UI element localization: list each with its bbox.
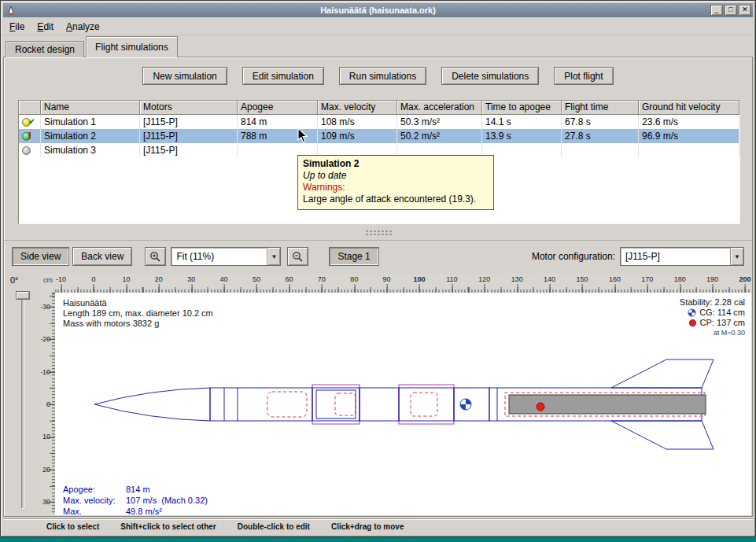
parachute[interactable] [267,392,307,417]
table-header: Name Motors Apogee Max. velocity Max. ac… [19,101,739,115]
h-ruler-label: 120 [478,275,490,283]
sim3-time-to-apogee [482,143,562,157]
column-header-apogee[interactable]: Apogee [238,101,318,115]
tab-flight-simulations[interactable]: Flight simulations [86,36,178,57]
h-ruler-label: 180 [674,275,686,283]
h-ruler-label: 130 [511,275,523,283]
tooltip-title: Simulation 2 [303,158,489,170]
delete-simulations-button[interactable]: Delete simulations [441,67,539,85]
new-simulation-button[interactable]: New simulation [142,67,227,85]
menu-edit[interactable]: Edit [31,19,60,35]
v-ruler-label: 30 [42,498,50,506]
sim3-motors: [J115-P] [140,143,238,157]
mach-readout: at M=0.30 [680,328,745,338]
h-ruler-label: 70 [318,275,326,283]
rotation-slider-handle[interactable] [16,291,30,300]
sim1-status-cell [19,115,41,129]
h-ruler-label: 90 [383,275,391,283]
chevron-down-icon: ▼ [730,248,743,265]
window-title: Haisunäätä (haisunaata.ork) [3,6,753,15]
minimize-button[interactable]: _ [710,5,723,16]
status-check-icon [28,118,35,126]
h-ruler-label: 0 [91,275,95,283]
edit-simulation-button[interactable]: Edit simulation [242,67,324,85]
h-ruler-label: 160 [609,275,621,283]
table-row-simulation-1[interactable]: Simulation 1 [J115-P] 814 m 108 m/s 50.3… [19,115,739,129]
motor-configuration-combo[interactable]: [J115-P] ▼ [620,247,744,266]
column-header-max-acceleration[interactable]: Max. acceleration [397,101,482,115]
apogee-value: 814 m [126,484,150,495]
sim2-motors: [J115-P] [140,129,238,143]
menu-file[interactable]: File [3,19,31,35]
fin-upper[interactable] [611,359,714,388]
v-ruler-label: 0 [46,400,50,408]
back-view-button[interactable]: Back view [72,247,132,266]
simulation-tooltip: Simulation 2 Up to date Warnings: Large … [297,155,494,210]
column-header-max-velocity[interactable]: Max. velocity [318,101,397,115]
fin-lower[interactable] [611,421,714,449]
coupler-2[interactable] [399,385,454,424]
zoom-out-icon [292,251,304,263]
rocket-mass: Mass with motors 3832 g [63,319,213,329]
drawing-area: 0° cm -100102030405060708090100110120130… [5,274,751,515]
status-bar: Click to select Shift+click to select ot… [3,518,753,534]
v-ruler-label: -10 [41,368,50,376]
v-ruler-label: -20 [41,335,50,343]
h-ruler-label: 170 [641,275,653,283]
menu-analyze[interactable]: Analyze [60,19,106,35]
tab-rocket-design[interactable]: Rocket design [6,41,84,57]
zoom-level-combo[interactable]: Fit (11%) ▼ [171,247,281,266]
h-ruler-label: 110 [446,275,457,283]
h-ruler-label: 60 [285,275,293,283]
ruler-unit: cm [41,274,55,293]
rotation-slider-track[interactable] [21,293,24,509]
zoom-in-icon [149,251,161,263]
horizontal-ruler: -100102030405060708090100110120130140150… [55,274,751,293]
h-ruler-label: -10 [56,275,66,283]
titlebar[interactable]: Haisunäätä (haisunaata.ork) _ □ ✕ [3,3,753,17]
vertical-ruler: -30-20-100102030 [41,293,55,515]
stage-1-toggle[interactable]: Stage 1 [329,247,378,266]
zoom-out-button[interactable] [287,247,308,266]
body-tube-mid[interactable] [360,388,399,421]
sim1-time-to-apogee: 14.1 s [482,115,562,129]
sim1-max-acceleration: 50.3 m/s² [397,115,482,129]
side-view-button[interactable]: Side view [12,247,69,266]
zoom-in-button[interactable] [145,247,166,266]
nose-cone[interactable] [94,388,210,421]
max-velocity-value: 107 m/s (Mach 0.32) [126,495,208,506]
motor-configuration-label: Motor configuration: [532,251,615,262]
column-header-ground-hit-velocity[interactable]: Ground hit velocity [639,101,739,115]
column-header-status[interactable] [19,101,41,115]
rocket-canvas[interactable]: Haisunäätä Length 189 cm, max. diameter … [55,293,751,515]
cp-readout: CP: 137 cm [680,318,745,328]
cp-icon [688,319,697,327]
plot-flight-button[interactable]: Plot flight [554,67,613,85]
sim2-max-acceleration: 50.2 m/s² [397,129,482,143]
sim2-name: Simulation 2 [41,129,140,143]
column-header-name[interactable]: Name [41,101,140,115]
table-row-simulation-2[interactable]: Simulation 2 [J115-P] 788 m 109 m/s 50.2… [19,129,739,143]
column-header-motors[interactable]: Motors [140,101,238,115]
run-simulations-button[interactable]: Run simulations [339,67,426,85]
column-header-time-to-apogee[interactable]: Time to apogee [482,101,562,115]
max-acceleration-label: Max. acceleration: [63,506,126,515]
tabbar: Rocket design Flight simulations [6,37,179,57]
flight-simulations-pane: New simulation Edit simulation Run simul… [3,57,753,517]
rocket-dimensions: Length 189 cm, max. diameter 10.2 cm [63,308,213,319]
status-warning-icon [28,132,31,141]
cg-marker [460,399,471,410]
splitter-handle[interactable] [365,230,392,235]
tooltip-status: Up to date [303,170,489,182]
rotation-angle-value: 0° [10,275,19,285]
maximize-button[interactable]: □ [725,5,737,16]
rocket-name: Haisunäätä [63,298,213,308]
body-tube-forward[interactable] [210,388,312,421]
mouse-cursor [297,127,308,144]
sim2-max-velocity: 109 m/s [318,129,397,143]
close-button[interactable]: ✕ [739,5,751,16]
menubar: File Edit Analyze [3,18,753,35]
column-header-flight-time[interactable]: Flight time [562,101,639,115]
status-ball-icon [22,146,31,155]
sim1-max-velocity: 108 m/s [318,115,397,129]
